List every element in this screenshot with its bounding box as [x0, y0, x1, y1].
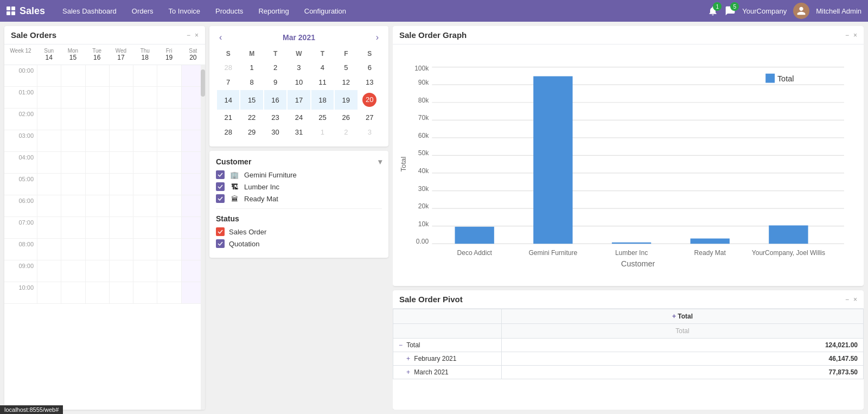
cal-date-cell[interactable]: 10 — [288, 75, 310, 89]
week-cell[interactable] — [37, 65, 61, 86]
week-cell[interactable] — [61, 282, 85, 303]
week-cell[interactable] — [37, 87, 61, 108]
minimize-button[interactable]: − — [187, 31, 190, 39]
company-name[interactable]: YourCompany — [742, 7, 787, 15]
week-cell[interactable] — [133, 130, 157, 151]
week-cell[interactable] — [61, 195, 85, 216]
nav-sales-dashboard[interactable]: Sales Dashboard — [56, 0, 123, 22]
week-cell[interactable] — [133, 195, 157, 216]
week-cell[interactable] — [133, 174, 157, 195]
week-cell[interactable] — [37, 152, 61, 173]
customer-filter-chevron[interactable]: ▾ — [378, 157, 382, 166]
cal-date-cell[interactable]: 23 — [264, 111, 286, 124]
week-cell[interactable] — [133, 65, 157, 86]
week-cell[interactable] — [109, 260, 133, 282]
week-cell[interactable] — [37, 195, 61, 216]
avatar[interactable] — [793, 3, 809, 19]
week-cell[interactable] — [85, 65, 109, 86]
cal-date-cell[interactable]: 7 — [217, 75, 239, 89]
week-cell[interactable] — [133, 260, 157, 282]
sales-order-checkbox[interactable] — [216, 227, 225, 236]
week-cell[interactable] — [61, 65, 85, 86]
week-cell[interactable] — [109, 152, 133, 173]
week-cell[interactable] — [109, 65, 133, 86]
cal-date-cell[interactable]: 19 — [335, 90, 357, 110]
cal-date-cell[interactable]: 13 — [359, 75, 381, 89]
app-logo[interactable]: Sales — [7, 5, 45, 17]
week-body[interactable]: 00:0001:0002:0003:0004:0005:0006:0007:00… — [4, 65, 205, 410]
nav-orders[interactable]: Orders — [125, 0, 160, 22]
week-cell[interactable] — [85, 282, 109, 303]
cal-date-cell[interactable]: 11 — [311, 75, 334, 89]
week-cell[interactable] — [61, 87, 85, 108]
week-cell[interactable] — [157, 65, 181, 86]
week-cell[interactable] — [109, 195, 133, 216]
cal-date-cell[interactable]: 28 — [217, 61, 239, 74]
week-cell[interactable] — [85, 152, 109, 173]
username[interactable]: Mitchell Admin — [816, 7, 861, 15]
week-cell[interactable] — [109, 130, 133, 151]
graph-close-button[interactable]: × — [853, 31, 857, 39]
cal-date-cell[interactable]: 12 — [335, 75, 357, 89]
week-cell[interactable] — [157, 217, 181, 238]
cal-date-cell[interactable]: 30 — [264, 125, 286, 139]
cal-date-cell[interactable]: 1 — [240, 61, 263, 74]
cal-date-cell[interactable]: 8 — [240, 75, 263, 89]
readymat-checkbox[interactable] — [216, 194, 225, 203]
week-cell[interactable] — [85, 130, 109, 151]
week-cell[interactable] — [85, 217, 109, 238]
total-minus-icon[interactable]: − — [399, 341, 403, 349]
cal-date-cell[interactable]: 31 — [288, 125, 310, 139]
week-cell[interactable] — [157, 109, 181, 130]
cal-date-cell[interactable]: 14 — [217, 90, 239, 110]
week-cell[interactable] — [61, 130, 85, 151]
week-cell[interactable] — [37, 130, 61, 151]
quotation-checkbox[interactable] — [216, 239, 225, 248]
week-cell[interactable] — [109, 174, 133, 195]
cal-date-cell[interactable]: 28 — [217, 125, 239, 139]
week-cell[interactable] — [133, 87, 157, 108]
cal-date-cell[interactable]: 24 — [288, 111, 310, 124]
week-cell[interactable] — [157, 87, 181, 108]
week-cell[interactable] — [37, 239, 61, 260]
week-cell[interactable] — [157, 174, 181, 195]
notifications-button[interactable]: 1 — [707, 5, 718, 16]
cal-date-cell[interactable]: 17 — [288, 90, 310, 110]
week-cell[interactable] — [157, 282, 181, 303]
cal-next-button[interactable]: › — [373, 33, 382, 42]
week-cell[interactable] — [85, 239, 109, 260]
cal-date-cell[interactable]: 27 — [359, 111, 381, 124]
cal-date-cell[interactable]: 6 — [359, 61, 381, 74]
week-cell[interactable] — [109, 217, 133, 238]
week-cell[interactable] — [109, 109, 133, 130]
week-cell[interactable] — [157, 130, 181, 151]
cal-date-cell[interactable]: 26 — [335, 111, 357, 124]
week-cell[interactable] — [109, 282, 133, 303]
feb-plus-icon[interactable]: + — [406, 355, 410, 362]
cal-date-cell[interactable]: 18 — [311, 90, 334, 110]
week-cell[interactable] — [157, 152, 181, 173]
gemini-checkbox[interactable] — [216, 170, 225, 179]
pivot-minimize-button[interactable]: − — [845, 296, 849, 303]
plus-icon[interactable]: + — [672, 313, 676, 320]
cal-date-cell[interactable]: 29 — [240, 125, 263, 139]
cal-date-cell[interactable]: 21 — [217, 111, 239, 124]
cal-date-cell[interactable]: 9 — [264, 75, 286, 89]
cal-date-cell[interactable]: 20 — [359, 90, 381, 110]
close-button[interactable]: × — [195, 31, 199, 39]
week-cell[interactable] — [61, 260, 85, 282]
cal-date-cell[interactable]: 22 — [240, 111, 263, 124]
cal-date-cell[interactable]: 15 — [240, 90, 263, 110]
cal-date-cell[interactable]: 1 — [311, 125, 334, 139]
chat-button[interactable]: 5 — [725, 5, 736, 16]
week-cell[interactable] — [109, 87, 133, 108]
week-cell[interactable] — [61, 239, 85, 260]
pivot-close-button[interactable]: × — [853, 296, 857, 303]
cal-date-cell[interactable]: 2 — [264, 61, 286, 74]
week-cell[interactable] — [109, 239, 133, 260]
cal-date-cell[interactable]: 3 — [288, 61, 310, 74]
cal-date-cell[interactable]: 16 — [264, 90, 286, 110]
week-cell[interactable] — [37, 217, 61, 238]
week-cell[interactable] — [85, 87, 109, 108]
week-cell[interactable] — [85, 195, 109, 216]
